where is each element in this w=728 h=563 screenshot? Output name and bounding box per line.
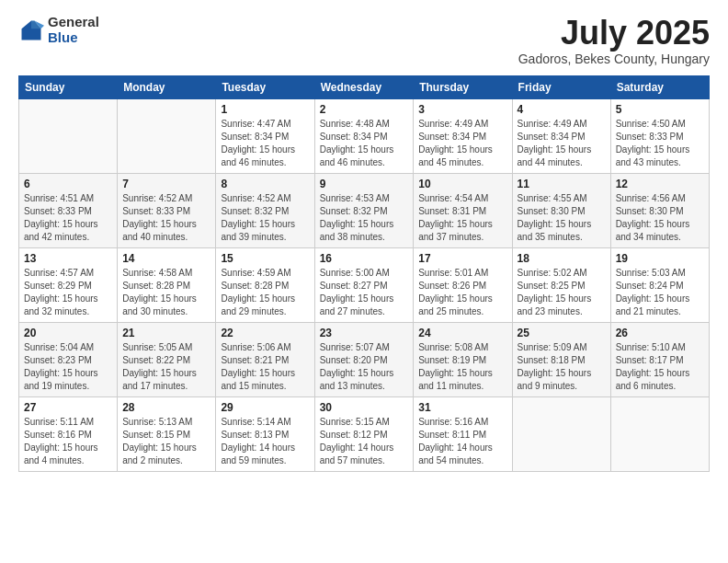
table-row: 6Sunrise: 4:51 AM Sunset: 8:33 PM Daylig… (19, 173, 118, 247)
day-info: Sunrise: 4:55 AM Sunset: 8:30 PM Dayligh… (518, 192, 606, 244)
header-monday: Monday (118, 75, 216, 98)
day-info: Sunrise: 4:54 AM Sunset: 8:31 PM Dayligh… (418, 192, 506, 244)
day-number: 19 (616, 252, 704, 265)
day-info: Sunrise: 4:56 AM Sunset: 8:30 PM Dayligh… (616, 192, 704, 244)
table-row: 30Sunrise: 5:15 AM Sunset: 8:12 PM Dayli… (314, 396, 414, 471)
header-thursday: Thursday (414, 75, 512, 98)
calendar-week-row: 1Sunrise: 4:47 AM Sunset: 8:34 PM Daylig… (19, 98, 710, 173)
day-number: 2 (320, 103, 409, 116)
day-number: 5 (616, 103, 704, 116)
header-tuesday: Tuesday (216, 75, 314, 98)
day-info: Sunrise: 4:58 AM Sunset: 8:28 PM Dayligh… (122, 267, 210, 318)
header-friday: Friday (512, 75, 610, 98)
day-info: Sunrise: 5:05 AM Sunset: 8:22 PM Dayligh… (122, 341, 210, 393)
table-row: 22Sunrise: 5:06 AM Sunset: 8:21 PM Dayli… (216, 322, 314, 396)
day-info: Sunrise: 4:48 AM Sunset: 8:34 PM Dayligh… (320, 118, 409, 169)
table-row: 26Sunrise: 5:10 AM Sunset: 8:17 PM Dayli… (610, 322, 709, 396)
day-info: Sunrise: 4:49 AM Sunset: 8:34 PM Dayligh… (418, 118, 506, 169)
day-number: 15 (221, 252, 309, 265)
day-number: 21 (122, 327, 210, 339)
day-info: Sunrise: 5:06 AM Sunset: 8:21 PM Dayligh… (221, 341, 309, 393)
day-info: Sunrise: 5:11 AM Sunset: 8:16 PM Dayligh… (24, 416, 112, 467)
day-info: Sunrise: 5:14 AM Sunset: 8:13 PM Dayligh… (221, 416, 309, 467)
day-info: Sunrise: 4:50 AM Sunset: 8:33 PM Dayligh… (616, 118, 704, 169)
day-number: 18 (518, 252, 606, 265)
day-number: 24 (418, 327, 506, 339)
page: General Blue July 2025 Gadoros, Bekes Co… (0, 0, 728, 563)
day-number: 10 (418, 178, 506, 190)
table-row: 27Sunrise: 5:11 AM Sunset: 8:16 PM Dayli… (19, 396, 118, 471)
table-row: 10Sunrise: 4:54 AM Sunset: 8:31 PM Dayli… (414, 173, 512, 247)
day-number: 30 (320, 401, 409, 414)
table-row: 19Sunrise: 5:03 AM Sunset: 8:24 PM Dayli… (610, 247, 709, 322)
calendar-week-row: 20Sunrise: 5:04 AM Sunset: 8:23 PM Dayli… (19, 322, 710, 396)
day-number: 7 (122, 178, 210, 190)
table-row: 31Sunrise: 5:16 AM Sunset: 8:11 PM Dayli… (414, 396, 512, 471)
day-info: Sunrise: 5:16 AM Sunset: 8:11 PM Dayligh… (418, 416, 506, 467)
day-number: 9 (320, 178, 409, 190)
calendar-header-row: Sunday Monday Tuesday Wednesday Thursday… (19, 75, 710, 98)
table-row (19, 98, 118, 173)
table-row: 13Sunrise: 4:57 AM Sunset: 8:29 PM Dayli… (19, 247, 118, 322)
table-row: 18Sunrise: 5:02 AM Sunset: 8:25 PM Dayli… (512, 247, 610, 322)
logo: General Blue (18, 15, 99, 45)
table-row (512, 396, 610, 471)
calendar-table: Sunday Monday Tuesday Wednesday Thursday… (18, 75, 710, 472)
table-row: 5Sunrise: 4:50 AM Sunset: 8:33 PM Daylig… (610, 98, 709, 173)
day-info: Sunrise: 5:00 AM Sunset: 8:27 PM Dayligh… (320, 267, 409, 318)
day-info: Sunrise: 5:15 AM Sunset: 8:12 PM Dayligh… (320, 416, 409, 467)
day-number: 17 (418, 252, 506, 265)
table-row: 24Sunrise: 5:08 AM Sunset: 8:19 PM Dayli… (414, 322, 512, 396)
table-row: 4Sunrise: 4:49 AM Sunset: 8:34 PM Daylig… (512, 98, 610, 173)
day-info: Sunrise: 4:59 AM Sunset: 8:28 PM Dayligh… (221, 267, 309, 318)
logo-general-text: General (48, 15, 99, 30)
day-info: Sunrise: 5:13 AM Sunset: 8:15 PM Dayligh… (122, 416, 210, 467)
day-number: 14 (122, 252, 210, 265)
day-info: Sunrise: 4:47 AM Sunset: 8:34 PM Dayligh… (221, 118, 309, 169)
table-row: 2Sunrise: 4:48 AM Sunset: 8:34 PM Daylig… (314, 98, 414, 173)
day-number: 4 (518, 103, 606, 116)
table-row: 28Sunrise: 5:13 AM Sunset: 8:15 PM Dayli… (118, 396, 216, 471)
title-location: Gadoros, Bekes County, Hungary (518, 52, 710, 66)
table-row: 15Sunrise: 4:59 AM Sunset: 8:28 PM Dayli… (216, 247, 314, 322)
header: General Blue July 2025 Gadoros, Bekes Co… (18, 15, 710, 66)
table-row: 29Sunrise: 5:14 AM Sunset: 8:13 PM Dayli… (216, 396, 314, 471)
header-sunday: Sunday (19, 75, 118, 98)
day-info: Sunrise: 4:52 AM Sunset: 8:32 PM Dayligh… (221, 192, 309, 244)
day-number: 22 (221, 327, 309, 339)
day-number: 8 (221, 178, 309, 190)
day-number: 31 (418, 401, 506, 414)
table-row: 8Sunrise: 4:52 AM Sunset: 8:32 PM Daylig… (216, 173, 314, 247)
header-wednesday: Wednesday (314, 75, 414, 98)
day-number: 25 (518, 327, 606, 339)
calendar-week-row: 27Sunrise: 5:11 AM Sunset: 8:16 PM Dayli… (19, 396, 710, 471)
table-row: 21Sunrise: 5:05 AM Sunset: 8:22 PM Dayli… (118, 322, 216, 396)
day-number: 23 (320, 327, 409, 339)
day-number: 6 (24, 178, 112, 190)
day-info: Sunrise: 4:51 AM Sunset: 8:33 PM Dayligh… (24, 192, 112, 244)
day-number: 20 (24, 327, 112, 339)
table-row: 14Sunrise: 4:58 AM Sunset: 8:28 PM Dayli… (118, 247, 216, 322)
table-row: 25Sunrise: 5:09 AM Sunset: 8:18 PM Dayli… (512, 322, 610, 396)
title-block: July 2025 Gadoros, Bekes County, Hungary (518, 15, 710, 66)
day-info: Sunrise: 4:53 AM Sunset: 8:32 PM Dayligh… (320, 192, 409, 244)
table-row (118, 98, 216, 173)
day-number: 3 (418, 103, 506, 116)
table-row: 1Sunrise: 4:47 AM Sunset: 8:34 PM Daylig… (216, 98, 314, 173)
logo-blue-text: Blue (48, 30, 99, 46)
day-info: Sunrise: 4:57 AM Sunset: 8:29 PM Dayligh… (24, 267, 112, 318)
header-saturday: Saturday (610, 75, 709, 98)
calendar-week-row: 13Sunrise: 4:57 AM Sunset: 8:29 PM Dayli… (19, 247, 710, 322)
day-info: Sunrise: 4:52 AM Sunset: 8:33 PM Dayligh… (122, 192, 210, 244)
logo-text: General Blue (48, 15, 99, 45)
day-info: Sunrise: 5:09 AM Sunset: 8:18 PM Dayligh… (518, 341, 606, 393)
day-number: 1 (221, 103, 309, 116)
table-row: 23Sunrise: 5:07 AM Sunset: 8:20 PM Dayli… (314, 322, 414, 396)
day-info: Sunrise: 5:08 AM Sunset: 8:19 PM Dayligh… (418, 341, 506, 393)
table-row: 16Sunrise: 5:00 AM Sunset: 8:27 PM Dayli… (314, 247, 414, 322)
day-number: 27 (24, 401, 112, 414)
title-month: July 2025 (518, 15, 710, 52)
day-info: Sunrise: 5:04 AM Sunset: 8:23 PM Dayligh… (24, 341, 112, 393)
table-row: 17Sunrise: 5:01 AM Sunset: 8:26 PM Dayli… (414, 247, 512, 322)
day-info: Sunrise: 4:49 AM Sunset: 8:34 PM Dayligh… (518, 118, 606, 169)
